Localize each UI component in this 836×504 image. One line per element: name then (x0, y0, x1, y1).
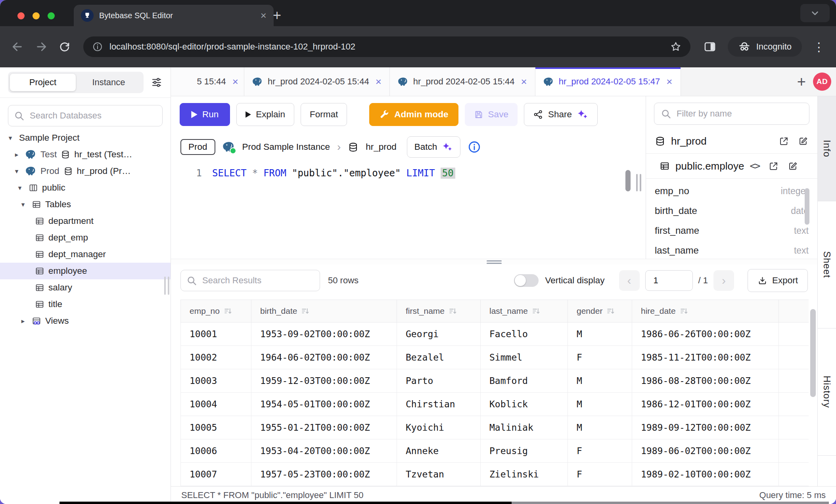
table-row[interactable]: 10003 1959-12-03T00:00:00Z Parto Bamford… (181, 369, 809, 393)
tree-item-table-salary[interactable]: salary (0, 279, 171, 296)
vertical-display-toggle[interactable] (514, 274, 539, 287)
close-worksheet-icon[interactable]: × (376, 76, 382, 88)
edit-icon[interactable] (788, 161, 798, 172)
info-icon[interactable] (468, 140, 481, 154)
column-header-birth-date[interactable]: birth_date (251, 300, 397, 323)
prev-page-button[interactable]: ‹ (619, 270, 640, 291)
rail-tab-history[interactable]: History (818, 328, 836, 456)
column-header-first-name[interactable]: first_name (397, 300, 481, 323)
tree-item-test-db[interactable]: ▸ Test hr_test (Test… (0, 146, 171, 163)
schema-filter-input[interactable] (676, 108, 803, 119)
rail-tab-info[interactable]: Info (818, 96, 836, 201)
column-header-hire-date[interactable]: hire_date (632, 300, 779, 323)
tab-search-chevron-button[interactable] (800, 4, 830, 22)
browser-tab[interactable]: Bytebase SQL Editor × (74, 5, 274, 26)
tab-instance[interactable]: Instance (76, 74, 142, 91)
instance-name[interactable]: Prod Sample Instance (242, 142, 330, 152)
tree-item-tables-group[interactable]: ▾ Tables (0, 196, 171, 213)
database-name[interactable]: hr_prod (366, 142, 397, 152)
tree-item-table-title[interactable]: title (0, 296, 171, 313)
results-search[interactable] (180, 270, 320, 291)
next-page-button[interactable]: › (713, 270, 734, 291)
bookmark-star-icon[interactable] (670, 41, 682, 53)
reload-icon[interactable] (59, 41, 71, 53)
forward-icon[interactable] (35, 40, 48, 53)
new-worksheet-button[interactable]: + (790, 74, 813, 89)
sort-icon[interactable] (532, 307, 540, 315)
close-worksheet-icon[interactable]: × (521, 76, 527, 88)
sql-editor[interactable]: 1 SELECT*FROM"public"."employee"LIMIT50 (171, 161, 646, 259)
site-info-icon[interactable] (92, 41, 103, 52)
page-number-input[interactable] (645, 270, 693, 291)
panel-resize-handle[interactable] (636, 174, 641, 191)
caret-right-icon[interactable]: ▸ (12, 151, 21, 159)
fullscreen-window-button[interactable] (48, 12, 55, 19)
caret-down-icon[interactable]: ▾ (12, 167, 21, 176)
schema-filter[interactable] (654, 103, 809, 125)
results-splitter[interactable] (171, 259, 817, 265)
database-search[interactable] (8, 105, 163, 126)
column-row[interactable]: birth_date date (655, 201, 809, 221)
column-header-gender[interactable]: gender (568, 300, 632, 323)
sort-icon[interactable] (301, 307, 309, 315)
splitter-handle-icon[interactable] (487, 260, 502, 264)
caret-down-icon[interactable]: ▾ (18, 200, 28, 209)
format-button[interactable]: Format (301, 103, 347, 126)
side-panel-icon[interactable] (703, 40, 717, 53)
caret-down-icon[interactable]: ▾ (15, 184, 25, 192)
table-row[interactable]: 10002 1964-06-02T00:00:00Z Bezalel Simme… (181, 346, 809, 369)
results-search-input[interactable] (201, 275, 314, 286)
sort-icon[interactable] (449, 307, 457, 315)
tree-item-views-group[interactable]: ▸ Views (0, 313, 171, 329)
tree-item-table-employee[interactable]: employee (0, 263, 171, 279)
rail-tab-sheet[interactable]: Sheet (818, 201, 836, 328)
run-button[interactable]: Run (180, 103, 230, 126)
save-button[interactable]: Save (465, 103, 518, 126)
column-list-scrollbar[interactable] (805, 188, 809, 225)
close-worksheet-icon[interactable]: × (232, 76, 238, 88)
minimize-window-button[interactable] (33, 12, 40, 19)
caret-down-icon[interactable]: ▾ (6, 134, 15, 142)
admin-mode-button[interactable]: Admin mode (369, 103, 458, 126)
close-worksheet-icon[interactable]: × (666, 76, 672, 88)
table-row[interactable]: 10006 1953-04-20T00:00:00Z Anneke Preusi… (181, 439, 809, 463)
sort-icon[interactable] (224, 307, 232, 315)
tree-item-table-dept-emp[interactable]: dept_emp (0, 229, 171, 246)
editor-scrollbar[interactable] (625, 170, 631, 191)
column-header-emp-no[interactable]: emp_no (181, 300, 251, 323)
worksheet-tab[interactable]: hr_prod 2024-02-05 15:44 × (390, 67, 535, 96)
close-tab-icon[interactable]: × (261, 10, 267, 21)
share-button[interactable]: Share (524, 103, 598, 126)
table-row[interactable]: 10007 1957-05-23T00:00:00Z Tzvetan Zieli… (181, 463, 809, 486)
caret-right-icon[interactable]: ▸ (18, 317, 28, 325)
worksheet-tab[interactable]: hr_prod 2024-02-05 15:44 × (244, 67, 390, 96)
batch-mode-button[interactable]: Batch (407, 136, 461, 158)
tree-item-table-dept-manager[interactable]: dept_manager (0, 246, 171, 263)
back-icon[interactable] (11, 40, 24, 53)
database-search-input[interactable] (29, 110, 157, 121)
tree-item-schema-public[interactable]: ▾ public (0, 179, 171, 196)
sort-icon[interactable] (606, 307, 615, 315)
tree-item-table-department[interactable]: department (0, 213, 171, 229)
address-bar[interactable]: localhost:8080/sql-editor/prod-sample-in… (83, 36, 690, 57)
table-row[interactable]: 10005 1955-01-21T00:00:00Z Kyoichi Malin… (181, 416, 809, 439)
sidebar-resize-handle[interactable] (164, 277, 169, 295)
table-row[interactable]: 10004 1954-05-01T00:00:00Z Chirstian Kob… (181, 393, 809, 416)
tree-item-project[interactable]: ▾ Sample Project (0, 130, 171, 146)
explain-button[interactable]: Explain (236, 103, 294, 126)
user-avatar[interactable]: AD (813, 73, 831, 91)
external-link-icon[interactable] (778, 136, 789, 147)
tab-project[interactable]: Project (10, 74, 76, 91)
external-link-icon[interactable] (768, 161, 779, 172)
view-definition-icon[interactable]: <> (750, 160, 759, 172)
sort-icon[interactable] (680, 307, 688, 315)
close-window-button[interactable] (17, 12, 25, 19)
column-row[interactable]: first_name text (655, 221, 809, 241)
tree-item-prod-db[interactable]: ▾ Prod hr_prod (Pr… (0, 163, 171, 179)
browser-menu-icon[interactable]: ⋮ (813, 40, 825, 54)
worksheet-tab[interactable]: 5 15:44 × (171, 67, 244, 96)
worksheet-tab-active[interactable]: hr_prod 2024-02-05 15:47 × (535, 67, 681, 96)
column-header-last-name[interactable]: last_name (481, 300, 568, 323)
new-tab-button[interactable]: + (273, 7, 281, 24)
export-button[interactable]: Export (748, 269, 808, 292)
